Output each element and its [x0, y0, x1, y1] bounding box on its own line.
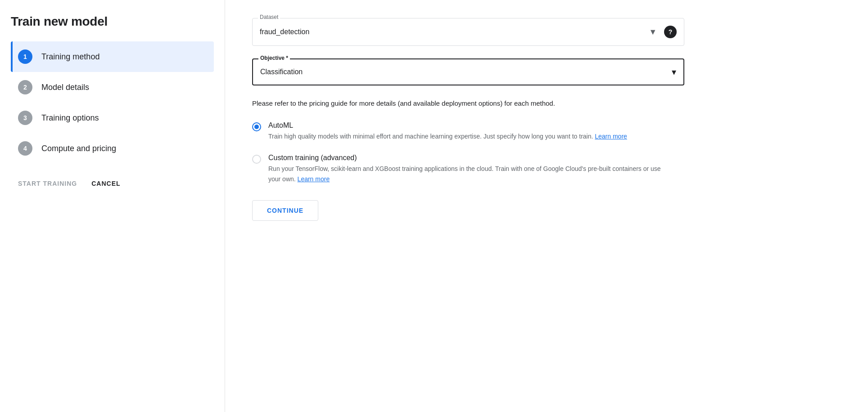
- custom-training-content: Custom training (advanced) Run your Tens…: [268, 154, 665, 184]
- automl-content: AutoML Train high quality models with mi…: [268, 121, 627, 141]
- objective-field-group: Objective * Classification ▾: [252, 58, 684, 85]
- automl-radio-inner: [254, 125, 259, 129]
- step-2-badge: 2: [18, 80, 32, 94]
- dataset-field-group: Dataset fraud_detection ▼ ?: [252, 18, 684, 46]
- custom-training-description: Run your TensorFlow, scikit-learn and XG…: [268, 164, 665, 184]
- form-section: Dataset fraud_detection ▼ ? Objective * …: [252, 18, 684, 221]
- objective-row[interactable]: Classification ▾: [253, 59, 683, 85]
- dataset-label: Dataset: [258, 14, 280, 20]
- automl-learn-more-link[interactable]: Learn more: [595, 133, 627, 140]
- automl-radio[interactable]: [252, 122, 261, 131]
- main-content: Dataset fraud_detection ▼ ? Objective * …: [225, 0, 868, 412]
- info-text: Please refer to the pricing guide for mo…: [252, 98, 666, 109]
- custom-training-option: Custom training (advanced) Run your Tens…: [252, 154, 684, 184]
- step-2-label: Model details: [41, 83, 89, 92]
- automl-radio-button[interactable]: [252, 122, 261, 131]
- automl-description: Train high quality models with minimal e…: [268, 131, 627, 141]
- step-2[interactable]: 2 Model details: [11, 72, 214, 103]
- step-4[interactable]: 4 Compute and pricing: [11, 133, 214, 164]
- dataset-value: fraud_detection: [260, 28, 645, 36]
- help-icon[interactable]: ?: [664, 26, 677, 38]
- sidebar-actions: START TRAINING CANCEL: [11, 180, 214, 187]
- step-4-label: Compute and pricing: [41, 144, 116, 153]
- step-3-label: Training options: [41, 113, 99, 123]
- automl-title: AutoML: [268, 121, 627, 130]
- start-training-button[interactable]: START TRAINING: [18, 180, 77, 187]
- step-3-badge: 3: [18, 111, 32, 125]
- dataset-select-wrapper: Dataset fraud_detection ▼ ?: [252, 18, 684, 46]
- step-4-badge: 4: [18, 141, 32, 156]
- continue-button[interactable]: CONTINUE: [252, 200, 318, 221]
- page-title: Train new model: [11, 14, 214, 29]
- custom-training-title: Custom training (advanced): [268, 154, 665, 162]
- objective-value: Classification: [260, 68, 672, 76]
- objective-select-wrapper: Objective * Classification ▾: [252, 58, 684, 85]
- objective-arrow-icon: ▾: [672, 67, 676, 77]
- custom-training-radio-button[interactable]: [252, 155, 261, 164]
- dataset-row[interactable]: fraud_detection ▼ ?: [253, 18, 684, 45]
- step-1-badge: 1: [18, 49, 32, 64]
- objective-label: Objective *: [258, 55, 290, 61]
- step-3[interactable]: 3 Training options: [11, 103, 214, 133]
- step-1-label: Training method: [41, 52, 99, 62]
- automl-option: AutoML Train high quality models with mi…: [252, 121, 684, 141]
- custom-training-learn-more-link[interactable]: Learn more: [298, 175, 330, 183]
- sidebar: Train new model 1 Training method 2 Mode…: [0, 0, 225, 412]
- dropdown-arrow-icon: ▼: [649, 27, 657, 37]
- cancel-button[interactable]: CANCEL: [91, 180, 120, 187]
- custom-training-radio[interactable]: [252, 155, 261, 164]
- step-1[interactable]: 1 Training method: [11, 41, 214, 72]
